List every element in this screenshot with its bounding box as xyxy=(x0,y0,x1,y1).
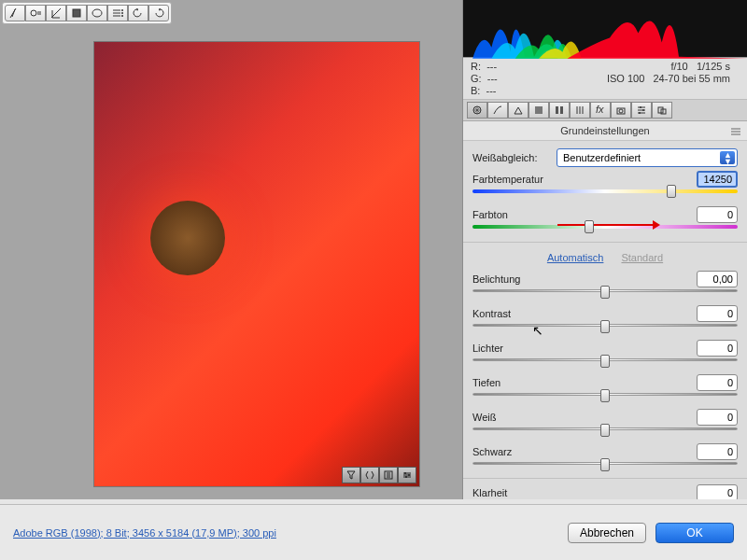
cancel-button[interactable]: Abbrechen xyxy=(568,523,646,543)
b-label: B: xyxy=(471,85,480,96)
temp-input[interactable] xyxy=(697,171,738,188)
slider-label-1: Kontrast xyxy=(472,308,511,319)
svg-rect-12 xyxy=(556,106,558,114)
annotation-arrow-icon xyxy=(557,224,653,226)
iso: ISO 100 xyxy=(607,73,644,84)
top-toolbar xyxy=(2,2,172,24)
aperture: f/10 xyxy=(670,61,687,72)
panel-title: Grundeinstellungen xyxy=(463,121,747,141)
svg-rect-13 xyxy=(560,106,563,114)
svg-rect-11 xyxy=(535,106,543,114)
auto-link[interactable]: Automatisch xyxy=(547,252,604,263)
tint-handle[interactable] xyxy=(585,220,594,233)
rotate-right-icon[interactable] xyxy=(148,5,169,21)
slider-track-5[interactable] xyxy=(472,462,738,465)
svg-text:fx: fx xyxy=(596,105,604,115)
camera-tab-icon[interactable] xyxy=(611,102,631,119)
adjustment-tabs: fx xyxy=(463,99,747,121)
straighten-tool-icon[interactable] xyxy=(66,5,87,21)
svg-point-3 xyxy=(121,9,123,11)
clarity-label: Klarheit xyxy=(472,487,507,498)
temp-slider[interactable] xyxy=(472,189,738,193)
sliders-preview-icon[interactable] xyxy=(398,467,416,483)
slider-input-4[interactable] xyxy=(697,409,738,426)
slider-track-4[interactable] xyxy=(472,427,738,430)
temp-label: Farbtemperatur xyxy=(472,174,543,185)
svg-point-17 xyxy=(640,106,641,108)
r-value: --- xyxy=(486,61,497,72)
chevron-updown-icon: ▲▼ xyxy=(724,152,732,165)
slider-label-5: Schwarz xyxy=(472,446,512,457)
slider-handle-5[interactable] xyxy=(600,458,610,471)
svg-point-7 xyxy=(404,472,406,474)
slider-input-1[interactable] xyxy=(697,305,738,322)
panel-menu-icon[interactable] xyxy=(730,127,741,138)
spot-heal-tool-icon[interactable] xyxy=(87,5,107,21)
rotate-left-icon[interactable] xyxy=(128,5,148,21)
wb-select[interactable]: Benutzerdefiniert ▲▼ xyxy=(557,148,738,167)
preview-pane xyxy=(0,0,462,499)
g-value: --- xyxy=(487,73,498,84)
preferences-tool-icon[interactable] xyxy=(107,5,128,21)
white-balance-tool-icon[interactable] xyxy=(5,5,25,21)
tint-label: Farbton xyxy=(472,209,508,220)
slider-input-2[interactable] xyxy=(697,340,738,357)
b-value: --- xyxy=(486,85,497,96)
exif-info: R: --- G: --- B: --- f/10 1/125 s ISO 10… xyxy=(463,58,747,99)
r-label: R: xyxy=(471,61,481,72)
g-label: G: xyxy=(471,73,482,84)
slider-track-2[interactable] xyxy=(472,358,738,361)
svg-point-5 xyxy=(121,15,123,17)
detail-tab-icon[interactable] xyxy=(508,102,529,119)
tint-input[interactable] xyxy=(697,206,738,223)
profile-link[interactable]: Adobe RGB (1998); 8 Bit; 3456 x 5184 (17… xyxy=(13,527,276,539)
slider-label-2: Lichter xyxy=(472,343,503,354)
preview-tool-group xyxy=(342,467,416,483)
svg-point-4 xyxy=(121,12,123,14)
slider-label-4: Weiß xyxy=(472,412,496,423)
basic-tab-icon[interactable] xyxy=(467,102,487,119)
snapshot-tab-icon[interactable] xyxy=(652,102,672,119)
cursor-icon: ↖ xyxy=(532,323,543,338)
curve-tab-icon[interactable] xyxy=(487,102,508,119)
lens: 24-70 bei 55 mm xyxy=(653,73,730,84)
svg-point-16 xyxy=(619,109,623,113)
presets-tab-icon[interactable] xyxy=(631,102,652,119)
wb-value: Benutzerdefiniert xyxy=(563,152,641,163)
slider-track-0[interactable] xyxy=(472,289,738,292)
slider-handle-1[interactable] xyxy=(600,320,610,333)
target-adjust-tool-icon[interactable] xyxy=(25,5,46,21)
svg-point-19 xyxy=(639,112,641,114)
slider-handle-4[interactable] xyxy=(600,424,610,437)
standard-link[interactable]: Standard xyxy=(621,252,663,263)
wb-label: Weißabgleich: xyxy=(472,152,557,163)
levels-preview-icon[interactable] xyxy=(379,467,398,483)
crop-tool-icon[interactable] xyxy=(46,5,66,21)
svg-point-9 xyxy=(405,476,407,478)
slider-input-3[interactable] xyxy=(697,374,738,391)
slider-input-5[interactable] xyxy=(697,443,738,460)
image-preview[interactable] xyxy=(93,41,420,487)
slider-input-0[interactable] xyxy=(697,271,738,287)
slider-handle-3[interactable] xyxy=(600,389,610,402)
filter-preview-icon[interactable] xyxy=(342,467,360,483)
temp-handle[interactable] xyxy=(667,185,676,198)
svg-point-2 xyxy=(92,9,102,17)
hsl-tab-icon[interactable] xyxy=(529,102,549,119)
slider-handle-2[interactable] xyxy=(600,355,610,368)
clarity-input[interactable] xyxy=(697,484,738,499)
slider-label-3: Tiefen xyxy=(472,377,500,388)
ok-button[interactable]: OK xyxy=(655,523,734,543)
slider-track-3[interactable] xyxy=(472,393,738,396)
slider-handle-0[interactable] xyxy=(600,286,610,299)
fx-tab-icon[interactable]: fx xyxy=(590,102,611,119)
svg-point-8 xyxy=(408,474,410,476)
lens-tab-icon[interactable] xyxy=(570,102,590,119)
split-tab-icon[interactable] xyxy=(549,102,570,119)
compare-preview-icon[interactable] xyxy=(360,467,379,483)
tint-slider[interactable] xyxy=(472,225,738,229)
histogram[interactable] xyxy=(463,0,747,58)
slider-track-1[interactable] xyxy=(472,324,738,327)
shutter: 1/125 s xyxy=(697,61,730,72)
panel-title-text: Grundeinstellungen xyxy=(560,125,649,136)
